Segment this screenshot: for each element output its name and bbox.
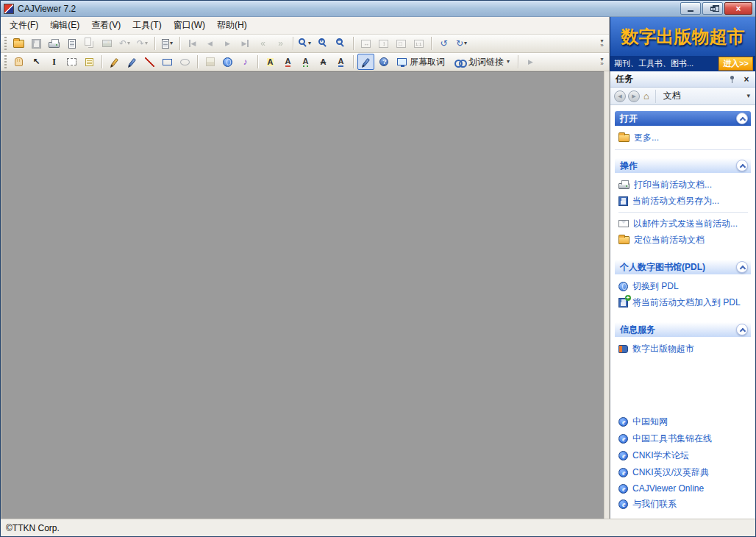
strikeout-annotation-button[interactable]: A [315,54,332,70]
task-item-digital-market[interactable]: 数字出版物超市 [618,341,749,357]
toolbar-grip[interactable] [4,37,7,50]
pushpin-icon [730,76,734,79]
zoom-out-button[interactable] [332,35,349,51]
task-item-switch-pdl[interactable]: 切换到 PDL [618,278,749,294]
next-page-button[interactable]: ▶ [219,35,236,51]
annotation-select-button[interactable] [81,54,98,70]
link-cnki-dictionary[interactable]: CNKI英汉/汉英辞典 [618,464,749,481]
titlebar[interactable]: CAJViewer 7.2 × [1,1,755,17]
link-label: CNKI学术论坛 [632,449,689,462]
task-item-locate-doc[interactable]: 定位当前活动文档 [618,232,749,248]
highlight-tool-button[interactable] [202,54,218,70]
text-select-button[interactable]: I [46,54,63,70]
menu-file[interactable]: 文件(F) [4,16,44,35]
text-note-button[interactable]: A [262,54,279,70]
select-arrow-icon: ↖ [32,57,40,66]
collapse-chevron-icon[interactable] [736,113,748,124]
collapse-chevron-icon[interactable] [736,160,748,171]
toolbar-overflow-button[interactable]: ▾» [597,39,607,49]
task-item-more[interactable]: 更多... [618,129,749,146]
panel-splitter[interactable] [604,71,609,519]
collapse-chevron-icon[interactable] [736,324,748,335]
word-link-button[interactable]: 划词链接 ▾ [450,54,514,70]
link-reference-books-online[interactable]: 中国工具书集锦在线 [618,430,749,447]
screen-word-capture-button[interactable]: 屏幕取词 [393,54,449,70]
line-tool-button[interactable] [141,54,158,70]
fit-width-button[interactable] [357,35,374,51]
menu-tools[interactable]: 工具(T) [126,16,167,35]
close-panel-button[interactable]: × [741,74,752,85]
toolbar-grip[interactable] [4,55,7,68]
zoom-button[interactable]: ▾ [297,35,314,51]
link-cnki-forum[interactable]: CNKI学术论坛 [618,447,749,464]
hand-tool-button[interactable] [10,54,27,70]
nav-back-button[interactable]: ◀ [614,90,626,102]
web-icon [618,417,628,427]
nav-home-button[interactable]: ⌂ [642,91,651,101]
link-cnki[interactable]: 中国知网 [618,413,749,430]
word-capture-toggle[interactable] [357,54,374,70]
pin-panel-button[interactable] [726,74,738,85]
section-header-open[interactable]: 打开 [615,111,751,126]
minimize-icon [688,10,693,12]
first-page-button[interactable]: ◀ [184,35,201,51]
task-item-add-to-pdl[interactable]: 将当前活动文档加入到 PDL [618,294,749,310]
menu-edit[interactable]: 编辑(E) [44,16,85,35]
redo-icon: ↷ [137,39,144,48]
goto-page-button[interactable]: ▾ [159,35,176,51]
section-title: 个人数字图书馆(PDL) [620,261,705,274]
collapse-chevron-icon[interactable] [736,261,748,273]
task-item-save-as[interactable]: 当前活动文档另存为... [618,193,749,209]
select-tool-button[interactable]: ↖ [28,54,45,70]
toolbar-overflow-button[interactable]: ▾» [597,57,607,67]
task-item-print-current[interactable]: 打印当前活动文档... [618,177,749,193]
menu-window[interactable]: 窗口(W) [168,16,211,35]
link-cajviewer-online[interactable]: CAJViewer Online [618,481,749,496]
fit-height-button[interactable] [375,35,392,51]
minimize-button[interactable] [680,2,701,15]
fit-page-button[interactable] [393,35,410,51]
hyperlink-tool-button[interactable] [219,54,236,70]
print-button[interactable] [46,35,63,51]
underline-annotation-button[interactable]: A [279,54,296,70]
task-item-email-doc[interactable]: 以邮件方式发送当前活动... [618,216,749,232]
section-header-pdl[interactable]: 个人数字图书馆(PDL) [615,260,751,274]
rectangle-tool-button[interactable] [159,54,176,70]
save-button[interactable] [28,35,45,51]
snapshot-button[interactable] [99,35,115,51]
prev-view-button[interactable]: « [254,35,271,51]
redo-button[interactable]: ↷▾ [134,35,151,51]
promo-banner[interactable]: 数字出版物超市 期刊、工具书、图书... 进入>> [610,17,755,71]
image-select-button[interactable] [63,54,80,70]
prev-page-button[interactable]: ◀ [202,35,218,51]
play-button[interactable]: ▶ [522,54,539,70]
close-button[interactable]: × [724,2,752,15]
link-contact-us[interactable]: 与我们联系 [618,496,749,513]
undo-button[interactable]: ↶▾ [116,35,133,51]
copy-button[interactable] [81,35,98,51]
actual-size-button[interactable] [410,35,427,51]
squiggly-annotation-button[interactable]: A [297,54,314,70]
menu-help[interactable]: 帮助(H) [211,16,253,35]
zoom-in-button[interactable] [315,35,332,51]
pane-selector-dropdown[interactable]: 文档 ▾ [655,90,752,103]
nav-forward-button[interactable]: ▶ [628,90,640,102]
promo-enter-button[interactable]: 进入>> [718,57,753,71]
help-button[interactable] [375,54,392,70]
restore-button[interactable] [702,2,723,15]
rotate-right-button[interactable]: ↻▾ [453,35,470,51]
caret-annotation-button[interactable]: A [332,54,349,70]
last-page-button[interactable]: ▶ [237,35,254,51]
rotate-left-button[interactable]: ↺ [435,35,452,51]
menu-view[interactable]: 查看(V) [85,16,126,35]
section-header-actions[interactable]: 操作 [615,158,751,173]
item-divider [618,212,748,213]
next-view-button[interactable]: » [272,35,289,51]
ellipse-tool-button[interactable] [176,54,193,70]
sound-tool-button[interactable]: ♪ [237,54,254,70]
section-header-info-services[interactable]: 信息服务 [615,322,751,337]
open-button[interactable] [10,35,27,51]
pencil-tool-button[interactable] [106,54,123,70]
print-preview-button[interactable] [63,35,80,51]
brush-tool-button[interactable] [124,54,140,70]
